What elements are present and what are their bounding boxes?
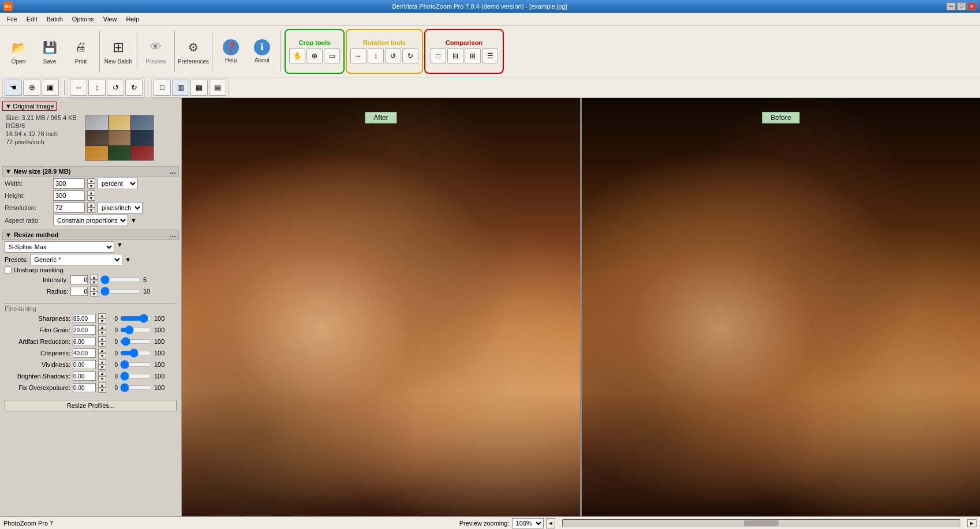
close-button[interactable]: ✕ — [967, 2, 977, 10]
sharpness-slider[interactable] — [120, 314, 152, 322]
resize-method-header[interactable]: ▼ Resize method … — [2, 230, 179, 240]
compare-single-button[interactable]: □ — [430, 48, 446, 63]
cursor-move-button[interactable]: ⊕ — [23, 80, 40, 96]
film-grain-up[interactable]: ▲ — [98, 325, 106, 330]
rotate-ccw-button[interactable]: ↺ — [385, 48, 401, 63]
intensity-down[interactable]: ▼ — [90, 280, 98, 285]
width-unit-select[interactable]: percent pixels inches cm — [98, 178, 138, 189]
menu-batch[interactable]: Batch — [42, 14, 68, 24]
unsharp-masking-checkbox[interactable] — [5, 267, 12, 273]
menu-options[interactable]: Options — [68, 14, 99, 24]
zoom-select[interactable]: 25% 50% 75% 100% 150% 200% — [512, 518, 544, 528]
sharpness-input[interactable] — [73, 314, 96, 323]
scroll-right-button[interactable]: ► — [967, 519, 977, 527]
about-button[interactable]: ℹ About — [247, 29, 277, 73]
radius-up[interactable]: ▲ — [90, 286, 98, 291]
cursor-hand-button[interactable]: ☚ — [5, 80, 22, 96]
film-grain-input[interactable] — [73, 325, 96, 335]
vividness-up[interactable]: ▲ — [98, 359, 106, 365]
resize-method-select[interactable]: S-Spline Max S-Spline XL Lanczos Bicubic — [5, 241, 114, 253]
compare-split-v-button[interactable]: ⊟ — [447, 48, 463, 63]
fix-overexposure-slider[interactable] — [120, 384, 152, 392]
fix-overexposure-up[interactable]: ▲ — [98, 382, 106, 388]
height-down-button[interactable]: ▼ — [87, 196, 95, 201]
resolution-unit-select[interactable]: pixels/inch pixels/cm — [98, 202, 143, 213]
sharpness-up[interactable]: ▲ — [98, 313, 106, 318]
view-split-h-button[interactable]: ▦ — [190, 80, 208, 96]
intensity-slider[interactable] — [100, 276, 141, 284]
print-button[interactable]: 🖨 Print — [66, 29, 96, 73]
crop-hand-button[interactable]: ✋ — [289, 48, 305, 63]
flip-v-button[interactable]: ↕ — [368, 48, 384, 63]
flip-h-button[interactable]: ↔ — [350, 48, 366, 63]
width-up-button[interactable]: ▲ — [87, 178, 95, 183]
open-button[interactable]: 📂 Open — [3, 29, 33, 73]
toolbar2-rotate-cw-button[interactable]: ↻ — [125, 80, 143, 96]
radius-down[interactable]: ▼ — [90, 291, 98, 297]
fix-overexposure-input[interactable] — [73, 383, 96, 392]
artifact-reduction-slider[interactable] — [120, 337, 152, 346]
vividness-down[interactable]: ▼ — [98, 365, 106, 370]
resolution-up-button[interactable]: ▲ — [87, 202, 95, 208]
crispness-down[interactable]: ▼ — [98, 353, 106, 358]
preview-button[interactable]: 👁 Preview — [141, 29, 171, 73]
crispness-slider[interactable] — [120, 349, 152, 357]
intensity-up[interactable]: ▲ — [90, 275, 98, 280]
collapse-arrow-original[interactable]: ▼ — [5, 103, 12, 110]
sharpness-down[interactable]: ▼ — [98, 318, 106, 324]
new-size-options-btn[interactable]: … — [170, 168, 176, 175]
save-button[interactable]: 💾 Save — [35, 29, 65, 73]
compare-split-h-button[interactable]: ⊞ — [465, 48, 481, 63]
toolbar2-flip-h-button[interactable]: ↔ — [70, 80, 87, 96]
width-down-button[interactable]: ▼ — [87, 183, 95, 189]
height-input[interactable] — [53, 190, 85, 201]
view-single-button[interactable]: □ — [154, 80, 171, 96]
crop-rect-button[interactable]: ▭ — [324, 48, 340, 63]
brighten-shadows-input[interactable] — [73, 372, 96, 381]
aspect-ratio-select[interactable]: Constrain proportions Free Custom — [53, 215, 128, 226]
film-grain-down[interactable]: ▼ — [98, 330, 106, 335]
radius-slider[interactable] — [100, 287, 141, 295]
horizontal-scrollbar[interactable] — [562, 519, 960, 527]
film-grain-slider[interactable] — [120, 326, 152, 334]
menu-file[interactable]: File — [2, 14, 22, 24]
presets-select[interactable]: Generic * Photo Drawing Text — [30, 254, 122, 265]
resolution-down-button[interactable]: ▼ — [87, 208, 95, 213]
zoom-dropdown-arrow[interactable]: ◄ — [546, 518, 556, 528]
width-input[interactable] — [53, 178, 85, 189]
fix-overexposure-down[interactable]: ▼ — [98, 388, 106, 393]
brighten-shadows-down[interactable]: ▼ — [98, 376, 106, 381]
menu-view[interactable]: View — [99, 14, 122, 24]
help-button[interactable]: ❓ Help — [216, 29, 246, 73]
preview-area[interactable]: After Before — [182, 98, 980, 516]
view-split-v-button[interactable]: ▥ — [172, 80, 189, 96]
height-up-button[interactable]: ▲ — [87, 190, 95, 196]
menu-edit[interactable]: Edit — [22, 14, 42, 24]
artifact-reduction-down[interactable]: ▼ — [98, 342, 106, 347]
rotate-cw-button[interactable]: ↻ — [402, 48, 418, 63]
view-tiles-button[interactable]: ▤ — [209, 80, 226, 96]
radius-input[interactable] — [70, 287, 88, 296]
preferences-button[interactable]: ⚙ Preferences — [178, 29, 208, 73]
minimize-button[interactable]: ─ — [947, 2, 956, 10]
resize-method-options-btn[interactable]: … — [170, 231, 176, 238]
intensity-input[interactable] — [70, 275, 88, 284]
brighten-shadows-slider[interactable] — [120, 372, 152, 380]
new-size-header[interactable]: ▼ New size (28.9 MB) … — [2, 166, 179, 177]
crop-crosshair-button[interactable]: ⊕ — [306, 48, 323, 63]
cursor-crop-button[interactable]: ▣ — [42, 80, 59, 96]
toolbar2-flip-v-button[interactable]: ↕ — [88, 80, 106, 96]
toolbar2-rotate-ccw-button[interactable]: ↺ — [107, 80, 124, 96]
compare-list-button[interactable]: ☰ — [482, 48, 498, 63]
new-batch-button[interactable]: ⊞ New Batch — [103, 29, 133, 73]
vividness-slider[interactable] — [120, 361, 152, 369]
crispness-up[interactable]: ▲ — [98, 348, 106, 353]
resolution-input[interactable] — [53, 202, 85, 213]
brighten-shadows-up[interactable]: ▲ — [98, 371, 106, 376]
maximize-button[interactable]: □ — [957, 2, 966, 10]
artifact-reduction-up[interactable]: ▲ — [98, 336, 106, 342]
crispness-input[interactable] — [73, 348, 96, 358]
artifact-reduction-input[interactable] — [73, 337, 96, 346]
menu-help[interactable]: Help — [121, 14, 144, 24]
resize-profiles-button[interactable]: Resize Profiles... — [5, 400, 177, 411]
